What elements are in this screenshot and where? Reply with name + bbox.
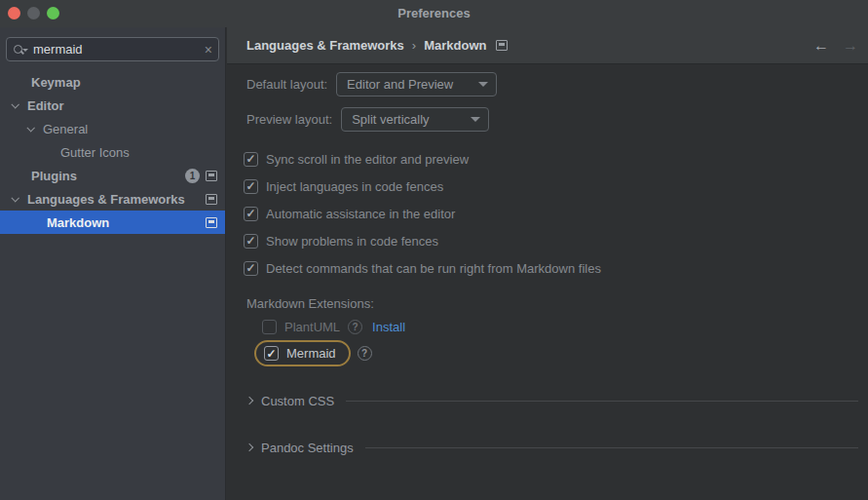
show-problems-checkbox[interactable]: ✓ <box>244 234 258 249</box>
searchable-option-icon <box>206 194 217 205</box>
searchable-option-icon <box>206 217 217 228</box>
check-icon: ✓ <box>245 262 255 274</box>
sidebar-item-label: Editor <box>27 98 64 113</box>
sidebar-item-general[interactable]: General <box>0 117 225 140</box>
default-layout-select[interactable]: Editor and Preview <box>336 72 497 96</box>
clear-search-icon[interactable]: × <box>205 43 212 57</box>
preferences-window: Preferences × Keymap Editor General <box>0 0 868 500</box>
settings-search-box[interactable]: × <box>6 37 219 61</box>
section-label[interactable]: Custom CSS <box>261 394 334 408</box>
plugins-count-badge: 1 <box>185 169 200 183</box>
window-title: Preferences <box>0 0 868 27</box>
sidebar-item-plugins[interactable]: Plugins 1 <box>0 164 225 187</box>
chevron-down-icon[interactable] <box>6 102 23 108</box>
check-icon: ✓ <box>245 180 255 192</box>
sidebar-item-label: Plugins <box>31 169 77 183</box>
sidebar-item-languages-frameworks[interactable]: Languages & Frameworks <box>0 187 225 211</box>
checkbox-row: ✓ Automatic assistance in the editor <box>244 200 455 227</box>
sidebar-item-markdown[interactable]: Markdown <box>0 211 225 234</box>
preview-layout-value: Split vertically <box>352 112 429 127</box>
default-layout-label: Default layout: <box>246 77 327 92</box>
sidebar-item-label: Markdown <box>47 215 109 230</box>
checkbox-row: ✓ Show problems in code fences <box>244 227 438 254</box>
mermaid-checkbox[interactable]: ✓ <box>264 346 279 361</box>
settings-header: Languages & Frameworks › Markdown ← → <box>227 27 868 64</box>
dropdown-arrow-icon <box>478 82 488 87</box>
preview-layout-select[interactable]: Split vertically <box>341 107 489 132</box>
sidebar-item-editor[interactable]: Editor <box>0 94 225 117</box>
back-arrow-icon[interactable]: ← <box>813 37 829 55</box>
chevron-down-icon[interactable] <box>6 196 23 202</box>
breadcrumb-current: Markdown <box>424 38 486 53</box>
search-icon <box>13 43 28 57</box>
checkbox-row: ✓ Sync scroll in the editor and preview <box>244 145 469 173</box>
checkbox-label[interactable]: Detect commands that can be run right fr… <box>266 261 601 276</box>
sidebar-item-label: General <box>43 122 88 136</box>
check-icon: ✓ <box>245 153 255 165</box>
plantuml-label: PlantUML <box>284 320 340 334</box>
section-label[interactable]: Pandoc Settings <box>261 441 354 455</box>
markdown-extensions-title: Markdown Extensions: <box>246 296 374 311</box>
searchable-option-icon <box>206 171 217 181</box>
chevron-right-icon[interactable] <box>245 397 253 404</box>
mermaid-search-highlight: ✓ Mermaid <box>254 340 351 366</box>
pandoc-settings-section[interactable]: Pandoc Settings <box>246 437 858 458</box>
search-input[interactable] <box>33 42 205 57</box>
sync-scroll-checkbox[interactable]: ✓ <box>244 152 258 167</box>
breadcrumb-separator-icon: › <box>412 38 416 53</box>
automatic-assistance-checkbox[interactable]: ✓ <box>244 207 258 221</box>
settings-sidebar: × Keymap Editor General Gutter Icons <box>0 27 226 500</box>
forward-arrow-icon: → <box>843 37 858 55</box>
plantuml-row: PlantUML ? Install <box>262 316 405 337</box>
sidebar-item-keymap[interactable]: Keymap <box>0 70 225 94</box>
detect-commands-checkbox[interactable]: ✓ <box>244 261 258 276</box>
check-icon: ✓ <box>245 235 255 247</box>
default-layout-value: Editor and Preview <box>347 77 453 92</box>
check-icon: ✓ <box>266 348 276 360</box>
install-plantuml-link[interactable]: Install <box>372 320 405 334</box>
custom-css-section[interactable]: Custom CSS <box>246 390 858 411</box>
chevron-down-icon[interactable] <box>21 126 39 132</box>
titlebar: Preferences <box>0 0 868 27</box>
dropdown-arrow-icon <box>471 117 480 122</box>
breadcrumb-parent[interactable]: Languages & Frameworks <box>246 38 404 53</box>
checkbox-label[interactable]: Sync scroll in the editor and preview <box>266 152 469 167</box>
checkbox-row: ✓ Inject languages in code fences <box>244 173 443 200</box>
preview-layout-label: Preview layout: <box>246 112 332 127</box>
sidebar-item-gutter-icons[interactable]: Gutter Icons <box>0 140 225 164</box>
checkbox-row: ✓ Detect commands that can be run right … <box>244 254 601 282</box>
checkbox-label[interactable]: Show problems in code fences <box>266 234 438 249</box>
checkbox-label[interactable]: Inject languages in code fences <box>266 179 443 194</box>
sidebar-item-label: Languages & Frameworks <box>27 192 185 207</box>
sidebar-item-label: Gutter Icons <box>60 145 130 160</box>
mermaid-label[interactable]: Mermaid <box>286 346 336 361</box>
inject-languages-checkbox[interactable]: ✓ <box>244 179 258 194</box>
chevron-right-icon[interactable] <box>245 443 253 451</box>
searchable-option-icon <box>496 40 508 51</box>
plantuml-help-icon[interactable]: ? <box>348 320 362 334</box>
sidebar-item-label: Keymap <box>31 75 81 90</box>
mermaid-row: ✓ Mermaid ? <box>254 337 372 369</box>
mermaid-help-icon[interactable]: ? <box>358 346 372 361</box>
checkbox-label[interactable]: Automatic assistance in the editor <box>266 207 455 221</box>
check-icon: ✓ <box>245 208 255 219</box>
settings-main-panel: Languages & Frameworks › Markdown ← → De… <box>227 27 868 500</box>
section-divider <box>365 447 858 448</box>
section-divider <box>346 401 858 402</box>
settings-tree: Keymap Editor General Gutter Icons Plugi… <box>0 70 225 234</box>
plantuml-checkbox[interactable] <box>262 320 277 334</box>
